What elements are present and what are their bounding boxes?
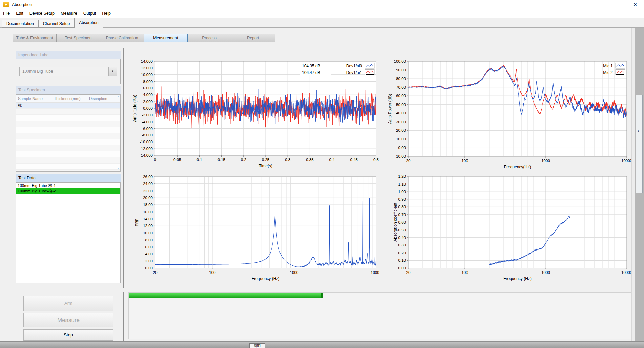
- table-cell: [87, 164, 120, 169]
- table-cell: [87, 127, 120, 133]
- subtab-phase-calibration[interactable]: Phase Calibration: [100, 34, 144, 42]
- table-cell: [52, 121, 87, 127]
- subtab-process[interactable]: Process: [187, 34, 231, 42]
- table-row-empty: [16, 109, 120, 115]
- title-bar: ▶ Absorption – ×: [0, 0, 644, 9]
- specimen-table[interactable]: Sample NameThickness(mm)Discription棉: [16, 94, 121, 172]
- table-cell: [52, 133, 87, 139]
- table-cell: [52, 127, 87, 133]
- minimize-icon: –: [601, 2, 604, 7]
- table-cell: [52, 115, 87, 121]
- table-row-empty: [16, 145, 120, 151]
- table-cell: [52, 139, 87, 145]
- table-cell: [52, 164, 87, 169]
- menu-output[interactable]: Output: [80, 9, 99, 18]
- main-tab-bar: DocumentationChannel SetupAbsorption: [2, 18, 103, 28]
- table-row-empty: [16, 121, 120, 127]
- column-header-thickness-mm: Thickness(mm): [52, 95, 87, 102]
- vertical-scrollbar[interactable]: ‹: [635, 28, 644, 341]
- table-cell: [16, 145, 52, 151]
- table-cell: [16, 164, 52, 169]
- impedance-tube-group: 100mm Big Tube ▼: [16, 59, 121, 84]
- table-row-empty: [16, 151, 120, 157]
- table-cell: [52, 157, 87, 163]
- draw-tab[interactable]: 画图: [249, 343, 265, 348]
- table-cell: [87, 170, 120, 172]
- table-cell: [52, 145, 87, 151]
- menu-measure[interactable]: Measure: [58, 9, 80, 18]
- impedance-tube-header: Impendace Tube: [16, 51, 121, 59]
- test-specimen-header: Test Specimen: [16, 86, 121, 94]
- tab-documentation[interactable]: Documentation: [2, 20, 39, 28]
- menu-help[interactable]: Help: [99, 9, 114, 18]
- table-cell: [16, 157, 52, 163]
- list-item[interactable]: 100mm Big Tube-棉-1: [16, 183, 120, 188]
- table-cell: [16, 133, 52, 139]
- setup-panel: Impendace Tube 100mm Big Tube ▼ Test Spe…: [13, 48, 124, 288]
- measure-control-panel: Arm Measure Stop: [13, 292, 124, 341]
- table-row-empty: [16, 157, 120, 164]
- table-cell: [52, 170, 87, 172]
- impedance-tube-value: 100mm Big Tube: [22, 69, 53, 74]
- table-cell: [87, 151, 120, 157]
- table-cell: [52, 151, 87, 157]
- application-window: ▶ Absorption – × FileEditDevice SetupMea…: [0, 0, 644, 348]
- scrollbar-thumb[interactable]: [636, 95, 643, 193]
- impedance-tube-select[interactable]: 100mm Big Tube ▼: [19, 67, 117, 76]
- maximize-icon: [617, 3, 621, 7]
- subtab-measurement[interactable]: Measurement: [144, 34, 188, 42]
- window-bottom-divider: [0, 341, 644, 342]
- table-cell: [87, 139, 120, 145]
- arm-button[interactable]: Arm: [23, 296, 113, 311]
- right-gutter: [631, 28, 635, 341]
- tab-channel-setup[interactable]: Channel Setup: [38, 20, 75, 28]
- stop-button[interactable]: Stop: [23, 329, 113, 341]
- table-cell: [16, 109, 52, 114]
- table-cell: [87, 121, 120, 127]
- menu-edit[interactable]: Edit: [13, 9, 26, 18]
- progress-fill: [129, 293, 323, 298]
- tab-absorption[interactable]: Absorption: [74, 18, 103, 28]
- status-panel: [128, 292, 631, 339]
- table-cell: [16, 170, 52, 172]
- table-row-empty: [16, 170, 120, 172]
- subtab-report[interactable]: Report: [231, 34, 275, 42]
- table-row[interactable]: 棉: [16, 103, 120, 109]
- table-cell: [87, 157, 120, 163]
- table-cell: [87, 145, 120, 151]
- minimize-button[interactable]: –: [595, 0, 610, 9]
- table-cell: [87, 109, 120, 114]
- close-button[interactable]: ×: [627, 0, 643, 9]
- subtab-tube-environment[interactable]: Tube & Environment: [13, 34, 57, 42]
- subtab-test-specimen[interactable]: Test Specimen: [56, 34, 100, 42]
- charts-panel: [128, 48, 631, 288]
- specimen-table-header: Sample NameThickness(mm)Discription: [16, 95, 120, 103]
- chevron-down-icon[interactable]: ▼: [108, 67, 117, 76]
- close-icon: ×: [633, 1, 637, 8]
- menu-device-setup[interactable]: Device Setup: [26, 9, 58, 18]
- scroll-up-icon[interactable]: ▲: [117, 95, 119, 98]
- table-cell: [87, 115, 120, 121]
- bottom-strip: [0, 342, 644, 348]
- column-header-sample-name: Sample Name: [16, 95, 52, 102]
- menu-bar: FileEditDevice SetupMeasureOutputHelp: [0, 9, 644, 18]
- sub-tab-bar: Tube & EnvironmentTest SpecimenPhase Cal…: [13, 34, 275, 42]
- list-item[interactable]: 100mm Big Tube-棉-2: [16, 188, 120, 194]
- progress-bar: [129, 293, 630, 298]
- app-icon: ▶: [3, 2, 9, 7]
- table-cell: [87, 133, 120, 139]
- table-row-empty: [16, 133, 120, 139]
- table-row-empty: [16, 139, 120, 145]
- collapse-left-icon[interactable]: ‹: [638, 129, 639, 133]
- test-data-list[interactable]: 100mm Big Tube-棉-1100mm Big Tube-棉-2: [16, 182, 121, 283]
- measure-button[interactable]: Measure: [23, 313, 113, 327]
- column-header-discription: Discription: [87, 95, 120, 102]
- table-cell: [16, 115, 52, 121]
- menu-file[interactable]: File: [0, 9, 13, 18]
- table-cell: [87, 103, 120, 108]
- table-cell: [52, 109, 87, 114]
- maximize-button[interactable]: [611, 0, 627, 9]
- test-data-header: Test Data: [16, 174, 121, 182]
- table-cell: [16, 151, 52, 157]
- table-row-empty: [16, 164, 120, 170]
